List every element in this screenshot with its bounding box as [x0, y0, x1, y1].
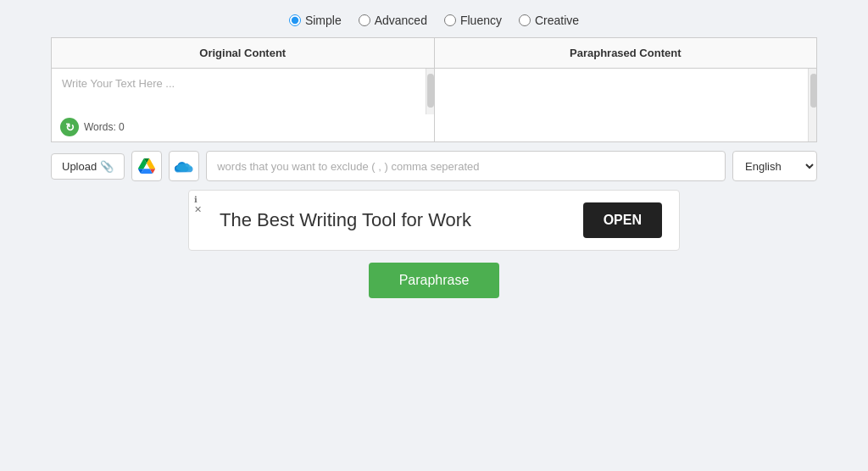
- paperclip-icon: 📎: [100, 160, 114, 173]
- ad-close-icon[interactable]: ✕: [194, 205, 202, 214]
- mode-advanced-label: Advanced: [375, 14, 427, 27]
- ad-info-icon[interactable]: ℹ: [194, 196, 198, 204]
- original-scrollbar[interactable]: [426, 69, 434, 114]
- original-pane-body: [52, 69, 434, 114]
- paraphrased-pane: Paraphrased Content: [435, 38, 817, 141]
- mode-simple-label: Simple: [305, 14, 342, 27]
- onedrive-icon: [175, 159, 193, 173]
- language-select[interactable]: English Spanish French German Italian: [732, 151, 817, 181]
- ad-banner: ℹ ✕ The Best Writing Tool for Work OPEN: [188, 190, 680, 251]
- paraphrased-scrollbar-thumb: [810, 74, 817, 108]
- mode-selector: Simple Advanced Fluency Creative: [51, 14, 817, 27]
- paraphrased-textarea[interactable]: [435, 69, 817, 141]
- ad-open-button[interactable]: OPEN: [583, 202, 662, 238]
- original-pane-header: Original Content: [52, 38, 434, 69]
- mode-advanced[interactable]: Advanced: [359, 14, 427, 27]
- paraphrase-button[interactable]: Paraphrase: [369, 263, 500, 298]
- svg-point-0: [176, 163, 192, 171]
- refresh-icon[interactable]: ↻: [60, 118, 79, 136]
- ad-info: ℹ ✕: [194, 196, 202, 214]
- paraphrased-pane-header: Paraphrased Content: [435, 38, 817, 69]
- upload-label: Upload: [62, 160, 97, 173]
- mode-fluency-label: Fluency: [460, 14, 502, 27]
- upload-button[interactable]: Upload 📎: [51, 153, 125, 180]
- radio-creative[interactable]: [519, 14, 531, 26]
- mode-creative[interactable]: Creative: [519, 14, 579, 27]
- original-scrollbar-thumb: [427, 74, 434, 108]
- paraphrased-scrollbar[interactable]: [808, 69, 816, 141]
- mode-fluency[interactable]: Fluency: [444, 14, 502, 27]
- original-pane: Original Content ↻ Words: 0: [52, 38, 435, 141]
- content-area: Original Content ↻ Words: 0 Paraphrased …: [51, 37, 817, 142]
- page-container: Simple Advanced Fluency Creative Origina…: [0, 0, 868, 471]
- google-drive-icon: [138, 158, 155, 174]
- onedrive-button[interactable]: [169, 151, 199, 181]
- google-drive-button[interactable]: [131, 151, 162, 181]
- radio-advanced[interactable]: [359, 14, 370, 26]
- original-textarea[interactable]: [52, 69, 434, 114]
- word-count-area: ↻ Words: 0: [52, 114, 434, 141]
- exclude-words-input[interactable]: [206, 151, 726, 181]
- paraphrased-pane-body: [435, 69, 817, 141]
- radio-fluency[interactable]: [444, 14, 456, 26]
- paraphrase-btn-container: Paraphrase: [51, 263, 817, 298]
- ad-text: The Best Writing Tool for Work: [220, 209, 471, 231]
- word-count-label: Words: 0: [84, 121, 125, 133]
- toolbar: Upload 📎 English Spanish: [51, 151, 817, 181]
- mode-simple[interactable]: Simple: [289, 14, 342, 27]
- mode-creative-label: Creative: [535, 14, 579, 27]
- radio-simple[interactable]: [289, 14, 301, 26]
